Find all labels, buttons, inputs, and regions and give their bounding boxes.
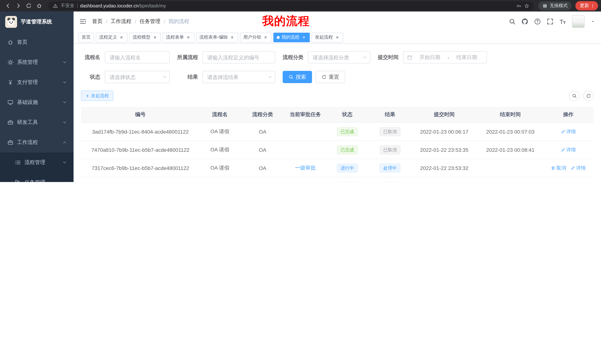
sidebar-item-system[interactable]: 系统管理 — [0, 52, 74, 72]
cell-actions: 详情 — [543, 177, 594, 182]
close-icon[interactable]: × — [301, 35, 306, 40]
key-icon[interactable] — [516, 3, 521, 8]
chevron-up-icon — [62, 180, 67, 182]
sidebar-item-devtools[interactable]: 研发工具 — [0, 112, 74, 133]
date-range-picker[interactable]: 开始日期 - 结束日期 — [403, 51, 487, 63]
table-row: 7317cec6-7b9b-11ec-b5b7-acde48001122OA 请… — [81, 159, 594, 177]
back-icon[interactable] — [3, 1, 13, 10]
cancel-link[interactable]: 取消 — [551, 164, 566, 171]
forward-icon[interactable] — [13, 1, 23, 10]
cell-result: 已取消 — [369, 123, 411, 141]
menu-dots-icon[interactable] — [590, 3, 595, 8]
browser-home-icon[interactable] — [34, 1, 44, 10]
url-path: /bpm/task/my — [138, 3, 166, 8]
star-icon[interactable] — [524, 3, 529, 8]
breadcrumb-item[interactable]: 工作流程 — [111, 18, 131, 25]
cell-submit-time: 2022-01-23 00:06:17 — [411, 123, 478, 141]
close-icon[interactable]: × — [119, 35, 124, 40]
cell-process-name: OA 请假 — [200, 123, 240, 141]
cell-actions: 取消详情 — [543, 159, 594, 177]
search-icon[interactable] — [509, 18, 516, 25]
logo-mascot-icon — [5, 16, 17, 28]
update-label: 更新 — [580, 3, 589, 9]
font-size-icon[interactable] — [559, 18, 566, 25]
tab-process-model[interactable]: 流程模型× — [129, 32, 161, 42]
caret-down-icon[interactable] — [591, 19, 595, 24]
fullscreen-icon[interactable] — [547, 18, 553, 25]
sidebar-item-task-management[interactable]: 任务管理 — [0, 172, 74, 182]
tab-user-group[interactable]: 用户分组× — [240, 32, 271, 42]
github-icon[interactable] — [521, 18, 528, 25]
close-icon[interactable]: × — [263, 35, 268, 40]
close-icon[interactable]: × — [152, 35, 158, 40]
cell-actions: 详情 — [543, 123, 594, 141]
result-label: 结果 — [175, 74, 198, 80]
detail-label: 详情 — [566, 146, 576, 153]
filter-category: 流程分类 — [280, 51, 370, 63]
close-icon[interactable]: × — [186, 35, 191, 40]
category-select-input[interactable] — [308, 51, 370, 63]
chevron-down-icon — [268, 75, 272, 79]
reset-button-label: 重置 — [329, 74, 339, 80]
sidebar-item-process-management[interactable]: 流程管理 — [0, 153, 74, 172]
result-select-input[interactable] — [202, 71, 275, 83]
process-id-input[interactable] — [202, 51, 275, 63]
tab-label: 流程表单 — [166, 34, 184, 40]
breadcrumb-item[interactable]: 任务管理 — [140, 18, 160, 25]
detail-link[interactable]: 详情 — [561, 128, 576, 135]
cell-end-time — [478, 159, 543, 177]
table-toolbar: 发起流程 — [81, 91, 594, 101]
status-select[interactable] — [105, 71, 170, 83]
status-badge: 已完成 — [337, 145, 358, 154]
result-select[interactable] — [202, 71, 275, 83]
tab-process-form-edit[interactable]: 流程表单-编辑× — [196, 32, 238, 42]
tab-process-definition[interactable]: 流程定义× — [96, 32, 127, 42]
address-bar[interactable]: 不安全 dashboard.yudao.iocoder.cn/bpm/task/… — [48, 1, 534, 10]
cancel-label: 取消 — [556, 164, 566, 171]
status-badge: 已完成 — [337, 182, 358, 182]
sidebar-item-payment[interactable]: 支付管理 — [0, 72, 74, 92]
refresh-icon — [322, 75, 327, 79]
cell-status: 已完成 — [325, 123, 369, 141]
cell-id: 3ad174fb-7b9d-11ec-8404-acde48001122 — [81, 123, 200, 141]
hamburger-icon[interactable] — [80, 18, 86, 24]
detail-link[interactable]: 详情 — [571, 164, 586, 171]
help-icon[interactable] — [534, 18, 541, 25]
avatar[interactable] — [572, 15, 585, 28]
separator — [77, 3, 78, 8]
breadcrumb-item[interactable]: 首页 — [92, 18, 102, 25]
sidebar-item-infrastructure[interactable]: 基础设施 — [0, 92, 74, 112]
update-button[interactable]: 更新 — [575, 1, 598, 10]
reset-button[interactable]: 重置 — [316, 71, 345, 83]
date-separator: - — [447, 54, 449, 60]
status-select-input[interactable] — [105, 71, 170, 83]
sidebar-item-workflow[interactable]: 工作流程 — [0, 133, 74, 153]
sidebar-item-label: 流程管理 — [25, 159, 45, 166]
tab-home[interactable]: 首页 — [78, 32, 94, 42]
start-date-placeholder[interactable]: 开始日期 — [414, 54, 446, 61]
search-button[interactable]: 搜索 — [283, 71, 312, 83]
close-icon[interactable]: × — [335, 35, 340, 40]
process-name-input[interactable] — [105, 51, 170, 63]
task-link[interactable]: 一级审批 — [295, 164, 316, 171]
tab-my-process[interactable]: 我的流程× — [273, 32, 310, 42]
detail-link[interactable]: 详情 — [561, 146, 576, 153]
cell-actions: 详情 — [543, 141, 594, 159]
column-header: 结果 — [369, 107, 411, 123]
column-header: 操作 — [543, 107, 594, 123]
security-label: 不安全 — [60, 3, 74, 9]
app-logo[interactable]: 芋道管理系统 — [0, 11, 74, 32]
tab-label: 用户分组 — [243, 34, 261, 40]
refresh-table-button[interactable] — [583, 91, 594, 101]
url-text[interactable]: dashboard.yudao.iocoder.cn/bpm/task/my — [80, 3, 166, 8]
sidebar-item-home[interactable]: 首页 — [0, 32, 74, 52]
close-icon[interactable]: × — [230, 35, 235, 40]
breadcrumb-item: 我的流程 — [169, 18, 189, 25]
category-select[interactable] — [308, 51, 370, 63]
tab-process-form[interactable]: 流程表单× — [163, 32, 194, 42]
tab-start-process[interactable]: 发起流程× — [312, 32, 343, 42]
reload-icon[interactable] — [24, 1, 33, 10]
toggle-search-button[interactable] — [569, 91, 580, 101]
start-process-button[interactable]: 发起流程 — [81, 91, 113, 101]
end-date-placeholder[interactable]: 结束日期 — [451, 54, 483, 61]
